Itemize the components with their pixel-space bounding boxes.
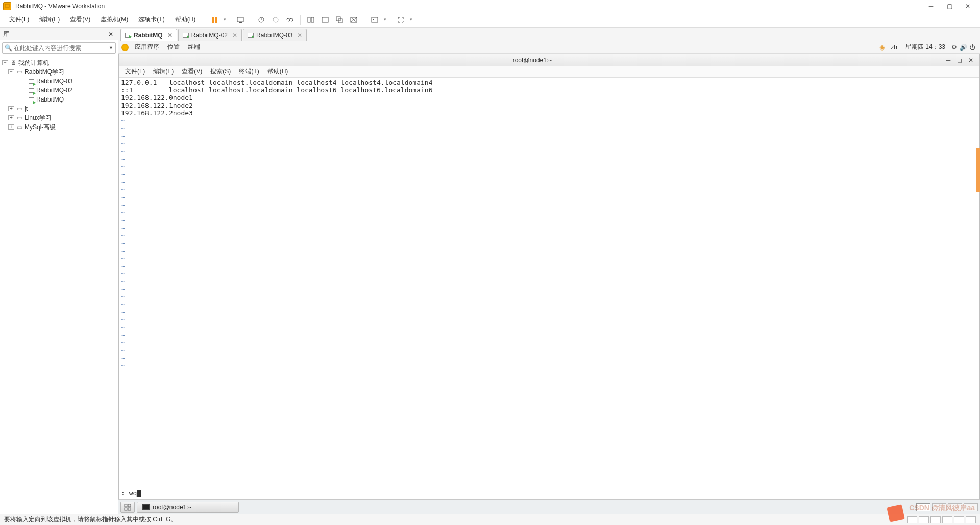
terminal-body[interactable]: 127.0.0.1 localhost localhost.localdomai…: [119, 78, 979, 499]
separator: [300, 15, 301, 25]
search-dropdown-icon[interactable]: ▼: [109, 45, 113, 51]
term-menu-edit[interactable]: 编辑(E): [149, 67, 178, 76]
svg-rect-3: [237, 17, 243, 22]
vm-tab[interactable]: RabbitMQ ✕: [120, 29, 177, 41]
terminal-icon-button[interactable]: [368, 13, 382, 27]
workspace-2[interactable]: [932, 503, 946, 511]
expand-icon[interactable]: +: [8, 106, 14, 111]
tree-folder[interactable]: − ▭ RabbitMQ学习: [1, 67, 117, 77]
menu-vm[interactable]: 虚拟机(M): [95, 13, 133, 26]
search-box[interactable]: 🔍 ▼: [2, 42, 116, 54]
view-unity-button[interactable]: [332, 13, 347, 27]
expand-icon[interactable]: +: [8, 124, 14, 130]
svg-point-7: [287, 18, 290, 21]
view-sidebyside-button[interactable]: [304, 13, 318, 27]
folder-icon: ▭: [16, 114, 23, 121]
tab-close-icon[interactable]: ✕: [167, 32, 173, 39]
device-icon[interactable]: [919, 516, 929, 523]
vm-running-icon: [125, 33, 131, 38]
device-icon[interactable]: [966, 516, 976, 523]
gnome-places[interactable]: 位置: [163, 43, 184, 52]
close-button[interactable]: ✕: [959, 1, 977, 12]
network-icon[interactable]: ⚙: [949, 44, 959, 51]
terminal-titlebar[interactable]: root@node1:~ ─ ◻ ✕: [119, 54, 979, 66]
view-single-button[interactable]: [318, 13, 332, 27]
tree-root[interactable]: − 🖥 我的计算机: [1, 58, 117, 67]
terminal-title: root@node1:~: [122, 57, 943, 64]
vm-desktop[interactable]: 应用程序 位置 终端 ◉ zh 星期四 14：33 ⚙ 🔊 ⏻ root@nod…: [118, 41, 980, 514]
workspace-4[interactable]: [964, 503, 978, 511]
term-maximize-button[interactable]: ◻: [954, 57, 965, 64]
menu-file[interactable]: 文件(F): [4, 13, 34, 26]
term-minimize-button[interactable]: ─: [943, 57, 954, 64]
search-icon: 🔍: [5, 44, 12, 52]
show-desktop-button[interactable]: [120, 502, 135, 513]
tab-close-icon[interactable]: ✕: [232, 32, 237, 39]
volume-icon[interactable]: 🔊: [959, 44, 968, 51]
term-menu-help[interactable]: 帮助(H): [263, 67, 292, 76]
menu-bar: 文件(F) 编辑(E) 查看(V) 虚拟机(M) 选项卡(T) 帮助(H) ▼ …: [0, 12, 980, 28]
device-icon[interactable]: [907, 516, 917, 523]
device-icon[interactable]: [954, 516, 964, 523]
device-icon[interactable]: [942, 516, 952, 523]
fullscreen-button[interactable]: [394, 13, 408, 27]
send-ctrl-alt-del-button[interactable]: [233, 13, 248, 27]
snapshot-button[interactable]: [254, 13, 268, 27]
tree-vm[interactable]: RabbitMQ: [1, 95, 117, 104]
workspace-3[interactable]: [948, 503, 962, 511]
folder-icon: ▭: [16, 123, 23, 131]
menu-edit[interactable]: 编辑(E): [34, 13, 65, 26]
gnome-top-bar: 应用程序 位置 终端 ◉ zh 星期四 14：33 ⚙ 🔊 ⏻: [118, 41, 980, 54]
tree-vm[interactable]: RabbitMQ-03: [1, 77, 117, 86]
collapse-icon[interactable]: −: [8, 69, 14, 74]
power-dropdown[interactable]: ▼: [223, 17, 227, 22]
gnome-lang[interactable]: zh: [887, 44, 901, 51]
tree-folder-label: jt: [24, 105, 28, 112]
notification-icon[interactable]: ◉: [877, 44, 887, 51]
tree-folder[interactable]: + ▭ Linux学习: [1, 113, 117, 122]
taskbar-item-label: root@node1:~: [153, 504, 192, 511]
term-menu-search[interactable]: 搜索(S): [206, 67, 235, 76]
snapshot-manager-button[interactable]: [283, 13, 297, 27]
taskbar-item[interactable]: root@node1:~: [137, 502, 239, 513]
gnome-applications[interactable]: 应用程序: [131, 43, 163, 52]
tree-folder[interactable]: + ▭ MySql-高级: [1, 122, 117, 132]
window-title-bar: RabbitMQ - VMware Workstation ─ ▢ ✕: [0, 0, 980, 12]
vm-tab[interactable]: RabbitMQ-03 ✕: [243, 29, 307, 41]
maximize-button[interactable]: ▢: [940, 1, 959, 12]
expand-icon[interactable]: +: [8, 115, 14, 120]
terminal-dropdown[interactable]: ▼: [383, 17, 387, 22]
pause-button[interactable]: [207, 13, 222, 27]
vm-tabs: RabbitMQ ✕ RabbitMQ-02 ✕ RabbitMQ-03 ✕: [118, 28, 980, 41]
menu-view[interactable]: 查看(V): [65, 13, 95, 26]
device-icon[interactable]: [930, 516, 941, 523]
terminal-window: root@node1:~ ─ ◻ ✕ 文件(F) 编辑(E) 查看(V) 搜索(…: [118, 54, 980, 499]
term-menu-terminal[interactable]: 终端(T): [235, 67, 263, 76]
terminal-menubar: 文件(F) 编辑(E) 查看(V) 搜索(S) 终端(T) 帮助(H): [119, 66, 979, 78]
tree-vm[interactable]: RabbitMQ-02: [1, 86, 117, 95]
gnome-clock: 星期四 14：33: [901, 43, 949, 52]
menu-help[interactable]: 帮助(H): [170, 13, 201, 26]
view-console-button[interactable]: [347, 13, 361, 27]
tab-close-icon[interactable]: ✕: [297, 32, 302, 39]
svg-point-8: [290, 18, 293, 21]
snapshot-revert-button[interactable]: [268, 13, 283, 27]
gnome-terminal[interactable]: 终端: [184, 43, 204, 52]
term-menu-view[interactable]: 查看(V): [178, 67, 206, 76]
term-menu-file[interactable]: 文件(F): [121, 67, 149, 76]
svg-rect-11: [322, 17, 328, 22]
menu-tabs[interactable]: 选项卡(T): [133, 13, 169, 26]
vm-tab[interactable]: RabbitMQ-02 ✕: [178, 29, 242, 41]
tree-folder[interactable]: + ▭ jt: [1, 104, 117, 113]
minimize-button[interactable]: ─: [922, 1, 940, 12]
library-close-button[interactable]: ✕: [107, 31, 115, 38]
fullscreen-dropdown[interactable]: ▼: [409, 17, 413, 22]
activities-icon[interactable]: [121, 44, 129, 51]
search-input[interactable]: [12, 44, 109, 52]
tree-vm-label: RabbitMQ-02: [36, 87, 72, 94]
svg-rect-18: [125, 508, 127, 510]
power-icon[interactable]: ⏻: [968, 44, 977, 51]
collapse-icon[interactable]: −: [2, 60, 8, 65]
workspace-1[interactable]: [916, 503, 930, 511]
term-close-button[interactable]: ✕: [965, 57, 976, 64]
